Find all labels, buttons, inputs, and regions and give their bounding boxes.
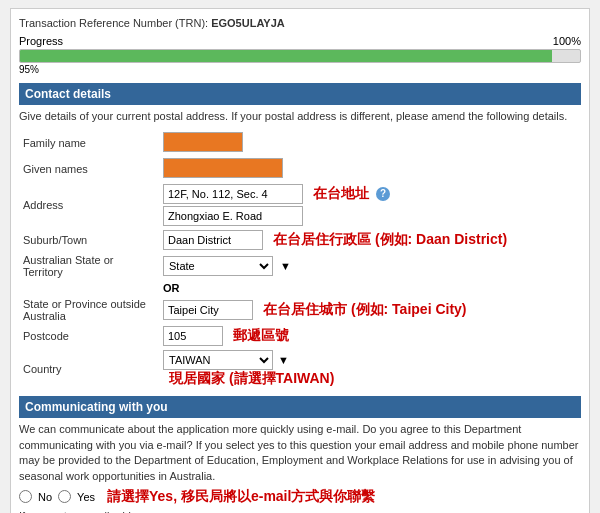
suburb-input[interactable]	[163, 230, 263, 250]
progress-percent-label: 95%	[19, 64, 39, 75]
address-help-icon[interactable]: ?	[376, 187, 390, 201]
state-province-annotation: 在台居住城市 (例如: Taipei City)	[263, 301, 467, 319]
communicating-desc: We can communicate about the application…	[19, 422, 581, 484]
radio-yes-label: Yes	[77, 491, 95, 503]
given-names-input[interactable]	[163, 158, 283, 178]
state-province-label: State or Province outside Australia	[19, 296, 159, 324]
aus-state-row: Australian State or Territory State ▼	[19, 252, 581, 280]
or-row: OR	[19, 280, 581, 296]
contact-form-table: Family name Given names Address 在台地址	[19, 130, 581, 390]
address-row: Address 在台地址 ?	[19, 182, 581, 228]
country-annotation: 現居國家 (請選擇TAIWAN)	[169, 370, 334, 386]
radio-no-label: No	[38, 491, 52, 503]
country-label: Country	[19, 348, 159, 390]
trn-value: EGO5ULAYJA	[211, 17, 285, 29]
address-annotation: 在台地址	[313, 185, 369, 203]
radio-yes[interactable]	[58, 490, 71, 503]
address-label: Address	[19, 182, 159, 228]
contact-section: Contact details Give details of your cur…	[19, 83, 581, 390]
contact-section-header: Contact details	[19, 83, 581, 105]
country-select[interactable]: TAIWAN	[163, 350, 273, 370]
communicating-header: Communicating with you	[19, 396, 581, 418]
state-province-row: State or Province outside Australia 在台居住…	[19, 296, 581, 324]
address-input[interactable]	[163, 184, 303, 204]
suburb-label: Suburb/Town	[19, 228, 159, 252]
contact-section-desc: Give details of your current postal addr…	[19, 109, 581, 124]
progress-bar-fill	[20, 50, 552, 62]
postcode-annotation: 郵遞區號	[233, 327, 289, 345]
suburb-annotation: 在台居住行政區 (例如: Daan District)	[273, 231, 507, 249]
country-row: Country TAIWAN ▼ 現居國家 (請選擇TAIWAN)	[19, 348, 581, 390]
progress-bar	[19, 49, 581, 63]
communicating-section: Communicating with you We can communicat…	[19, 396, 581, 513]
state-province-input[interactable]	[163, 300, 253, 320]
postcode-input[interactable]	[163, 326, 223, 346]
family-name-row: Family name	[19, 130, 581, 156]
postcode-row: Postcode 郵遞區號	[19, 324, 581, 348]
family-name-label: Family name	[19, 130, 159, 156]
email-agree-row: No Yes 請選擇Yes, 移民局將以e-mail方式與你聯繫	[19, 488, 581, 506]
radio-annotation: 請選擇Yes, 移民局將以e-mail方式與你聯繫	[107, 488, 375, 506]
family-name-input[interactable]	[163, 132, 243, 152]
postcode-label: Postcode	[19, 324, 159, 348]
progress-end-label: 100%	[553, 35, 581, 47]
aus-state-label: Australian State or Territory	[19, 252, 159, 280]
given-names-row: Given names	[19, 156, 581, 182]
radio-no[interactable]	[19, 490, 32, 503]
trn-label: Transaction Reference Number (TRN):	[19, 17, 208, 29]
progress-section: Progress 100% 95%	[19, 35, 581, 75]
given-names-label: Given names	[19, 156, 159, 182]
trn-row: Transaction Reference Number (TRN): EGO5…	[19, 17, 581, 29]
suburb-row: Suburb/Town 在台居住行政區 (例如: Daan District)	[19, 228, 581, 252]
street-input[interactable]	[163, 206, 303, 226]
aus-state-select[interactable]: State	[163, 256, 273, 276]
progress-text-label: Progress	[19, 35, 63, 47]
or-text: OR	[159, 280, 581, 296]
